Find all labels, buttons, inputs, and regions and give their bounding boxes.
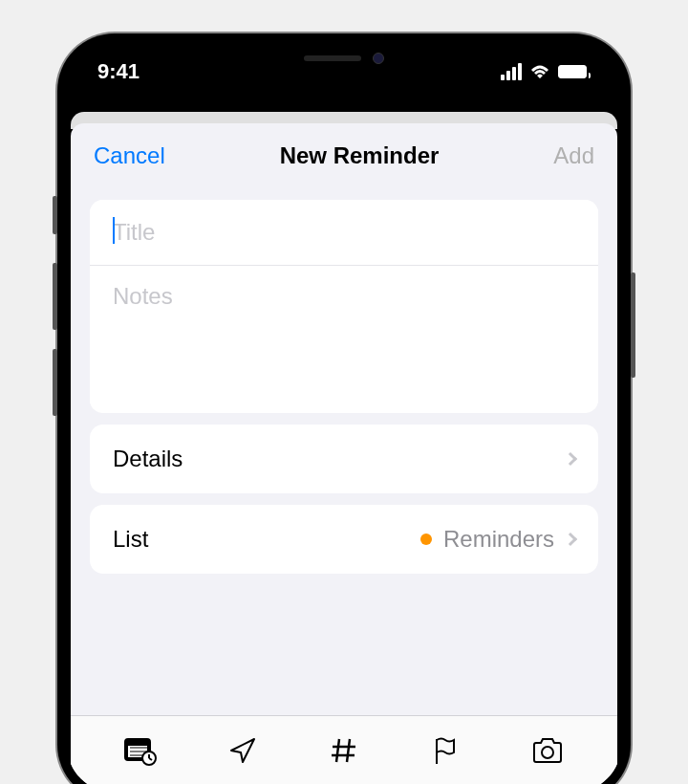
- notch: [248, 43, 440, 74]
- date-time-button[interactable]: [121, 731, 160, 770]
- location-button[interactable]: [224, 731, 262, 770]
- new-reminder-modal: Cancel New Reminder Add Details: [71, 123, 617, 784]
- modal-header: Cancel New Reminder Add: [71, 123, 617, 188]
- modal-title: New Reminder: [280, 142, 440, 169]
- battery-icon: [558, 65, 591, 78]
- list-value: Reminders: [443, 526, 554, 553]
- speaker: [304, 55, 361, 61]
- flag-button[interactable]: [426, 731, 464, 770]
- details-row[interactable]: Details: [90, 425, 598, 493]
- title-input[interactable]: [90, 200, 598, 266]
- text-cursor: [113, 217, 115, 244]
- svg-point-13: [542, 747, 553, 758]
- camera-button[interactable]: [528, 731, 567, 770]
- add-button[interactable]: Add: [553, 142, 594, 169]
- list-label: List: [113, 526, 148, 553]
- list-color-dot: [420, 534, 432, 545]
- cellular-signal-icon: [499, 63, 522, 80]
- front-camera: [373, 53, 384, 64]
- wifi-icon: [529, 63, 550, 80]
- details-label: Details: [113, 446, 183, 472]
- power-button: [631, 272, 635, 378]
- quick-toolbar: [71, 715, 617, 784]
- volume-down: [53, 349, 57, 416]
- tag-button[interactable]: [325, 731, 363, 770]
- cancel-button[interactable]: Cancel: [94, 142, 165, 169]
- status-time: 9:41: [97, 59, 140, 84]
- svg-line-9: [347, 739, 350, 762]
- chevron-right-icon: [564, 533, 577, 546]
- list-row[interactable]: List Reminders: [90, 505, 598, 574]
- phone-frame: 9:41 Cancel New Reminder Add: [57, 33, 631, 784]
- mute-switch: [53, 196, 57, 234]
- title-notes-card: [90, 200, 598, 413]
- chevron-right-icon: [564, 452, 577, 466]
- notes-input[interactable]: [90, 266, 598, 409]
- svg-line-8: [336, 739, 339, 762]
- volume-up: [53, 263, 57, 330]
